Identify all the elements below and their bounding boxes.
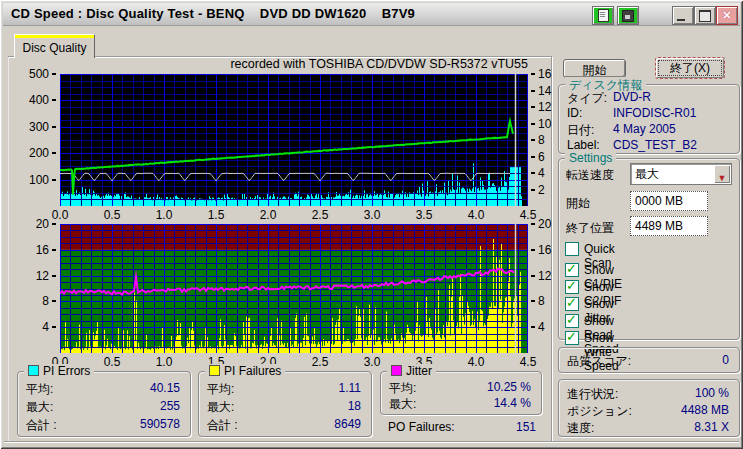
y-axis-tick-label: 8: [531, 133, 561, 147]
speed-select-value: 最大: [635, 166, 659, 183]
x-axis-tick-label: 1.0: [156, 208, 173, 222]
pi-errors-panel: PI Errors 平均:40.15 最大:255 合計 :590578: [17, 371, 191, 437]
minimize-icon: [677, 19, 685, 21]
x-axis-tick-label: 0.5: [104, 355, 121, 369]
end-position-field[interactable]: 4489 MB: [630, 216, 708, 236]
quality-chart-top-canvas: [60, 74, 528, 206]
pi-failures-swatch: [209, 365, 220, 376]
y-axis-tick-label: 200: [16, 146, 56, 160]
bottom-chart-left-axis: 20161284: [16, 224, 56, 353]
disc-info-row: Label:CDS_TEST_B2: [567, 138, 731, 152]
maximize-icon: [699, 10, 711, 22]
y-axis-tick-label: 6: [531, 150, 561, 164]
x-axis-tick-label: 4.0: [468, 208, 485, 222]
progress-row: 進行状況:100 %: [567, 386, 731, 400]
floppy-icon: [622, 10, 634, 22]
quality-score-group: 品質スコア:0: [558, 347, 740, 373]
x-axis-tick-label: 3.5: [416, 208, 433, 222]
bottom-chart-x-axis: 0.00.51.01.52.02.53.03.54.04.5: [60, 355, 528, 367]
x-axis-tick-label: 4.0: [468, 355, 485, 369]
speed-select-arrow-button[interactable]: ▼: [714, 165, 730, 183]
pi-failures-panel: PI Failures 平均:1.11 最大:18 合計 :8649: [198, 371, 372, 437]
start-button[interactable]: 開始: [563, 59, 626, 78]
checkbox-box[interactable]: ✓: [565, 297, 579, 311]
close-button[interactable]: ×: [716, 6, 738, 25]
save-icon[interactable]: [617, 6, 639, 25]
y-axis-tick-label: 8: [16, 294, 56, 308]
x-axis-tick-label: 1.5: [208, 208, 225, 222]
x-axis-tick-label: 2.0: [260, 208, 277, 222]
x-axis-tick-label: 0.0: [52, 208, 69, 222]
check-icon: ✓: [566, 295, 577, 310]
x-axis-tick-label: 2.5: [312, 355, 329, 369]
stat-row: 平均:40.15: [26, 381, 182, 395]
start-position-field[interactable]: 0000 MB: [630, 191, 708, 211]
page-left-edge: [8, 57, 9, 441]
x-axis-tick-label: 4.5: [520, 208, 537, 222]
y-axis-tick-label: 8: [531, 294, 561, 308]
stat-row: 最大:255: [26, 399, 182, 413]
speed-select[interactable]: 最大 ▼: [630, 163, 732, 185]
close-icon: ×: [717, 6, 737, 23]
y-axis-tick-label: 12: [531, 100, 561, 114]
y-axis-tick-label: 500: [16, 67, 56, 81]
speed-label: 転送速度: [566, 167, 614, 184]
window-title: CD Speed : Disc Quality Test - BENQ DVD …: [11, 6, 415, 21]
disc-info-group: ディスク情報 タイプ:DVD-R ID:INFODISC-R01 日付:4 Ma…: [558, 84, 740, 154]
titlebar[interactable]: CD Speed : Disc Quality Test - BENQ DVD …: [3, 3, 740, 26]
x-axis-tick-label: 3.0: [364, 355, 381, 369]
y-axis-tick-label: 16: [531, 67, 561, 81]
y-axis-tick-label: 12: [531, 269, 561, 283]
tab-label: Disc Quality: [15, 41, 94, 55]
jitter-swatch: [391, 365, 402, 376]
pi-failures-title: PI Failures: [205, 364, 285, 378]
check-icon: ✓: [566, 261, 577, 276]
quality-score-row: 品質スコア:0: [567, 353, 731, 367]
check-icon: ✓: [566, 278, 577, 293]
bottom-divider: [4, 441, 739, 442]
y-axis-tick-label: 300: [16, 120, 56, 134]
quality-chart-bottom-canvas: [60, 224, 528, 353]
pi-errors-title: PI Errors: [24, 364, 94, 378]
y-axis-tick-label: 20: [16, 217, 56, 231]
y-axis-tick-label: 100: [16, 173, 56, 187]
po-failures-row: PO Failures:151: [388, 420, 538, 434]
progress-row: 速度:8.31 X: [567, 420, 731, 434]
app-window: CD Speed : Disc Quality Test - BENQ DVD …: [0, 0, 743, 449]
y-axis-tick-label: 4: [531, 166, 561, 180]
check-icon: ✓: [566, 329, 577, 344]
maximize-button[interactable]: [694, 6, 716, 25]
exit-button[interactable]: 終了(X): [655, 57, 725, 79]
checkbox-box[interactable]: ✓: [565, 263, 579, 277]
x-axis-tick-label: 0.5: [104, 208, 121, 222]
checkbox-box[interactable]: ✓: [565, 242, 579, 256]
checkbox-box[interactable]: ✓: [565, 331, 579, 345]
y-axis-tick-label: 10: [531, 117, 561, 131]
stat-row: 合計 :8649: [207, 417, 363, 431]
top-chart-left-axis: 500400300200100: [16, 74, 56, 206]
y-axis-tick-label: 2: [531, 183, 561, 197]
checkbox-box[interactable]: ✓: [565, 314, 579, 328]
y-axis-tick-label: 4: [531, 320, 561, 334]
copy-icon[interactable]: [592, 6, 614, 25]
disc-info-row: タイプ:DVD-R: [567, 90, 731, 104]
minimize-button[interactable]: [672, 6, 694, 25]
y-axis-tick-label: 16: [16, 243, 56, 257]
chevron-down-icon: ▼: [718, 173, 727, 183]
x-axis-tick-label: 1.0: [156, 355, 173, 369]
check-icon: ✓: [566, 312, 577, 327]
end-position-label: 終了位置: [566, 220, 614, 237]
tab-disc-quality[interactable]: Disc Quality: [14, 34, 95, 58]
start-position-label: 開始: [566, 195, 590, 212]
chart-title: recorded with TOSHIBA CD/DVDW SD-R5372 v…: [60, 57, 528, 71]
checkbox-box[interactable]: ✓: [565, 280, 579, 294]
tab-active-indicator: [15, 35, 94, 38]
bottom-chart-right-axis: 20161284: [531, 224, 561, 353]
progress-group: 進行状況:100 % ポジション:4488 MB 速度:8.31 X: [558, 379, 740, 437]
disc-info-row: 日付:4 May 2005: [567, 122, 731, 136]
settings-title: Settings: [565, 151, 616, 165]
x-axis-tick-label: 4.5: [520, 355, 537, 369]
stat-row: 最大:18: [207, 399, 363, 413]
y-axis-tick-label: 4: [16, 320, 56, 334]
stat-row: 平均:1.11: [207, 381, 363, 395]
